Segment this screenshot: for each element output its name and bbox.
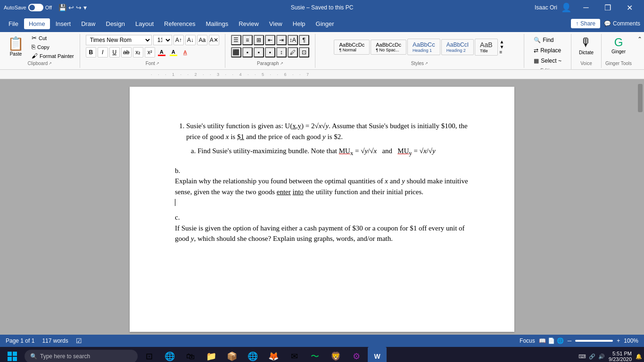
italic-button[interactable]: I bbox=[98, 47, 108, 58]
maximize-btn[interactable]: ❐ bbox=[597, 0, 619, 15]
style-normal[interactable]: AaBbCcDc ¶ Normal bbox=[334, 40, 370, 55]
document-page[interactable]: Susie's utility function is given as: U(… bbox=[130, 87, 514, 332]
menu-file[interactable]: File bbox=[4, 18, 23, 29]
edge-icon[interactable]: 🌐 bbox=[160, 347, 179, 362]
format-painter-button[interactable]: 🖌 Format Painter bbox=[30, 52, 76, 60]
style-title[interactable]: AaB Title bbox=[475, 39, 497, 56]
font-label[interactable]: Font ↗ bbox=[146, 61, 159, 66]
ribbon-collapse-button[interactable]: ⌃ bbox=[636, 34, 644, 44]
menu-home[interactable]: Home bbox=[24, 18, 50, 29]
redo-icon[interactable]: ↪ bbox=[76, 4, 82, 11]
undo-icon[interactable]: ↩ bbox=[68, 4, 74, 11]
explorer-icon[interactable]: 📁 bbox=[202, 347, 221, 362]
numbering-button[interactable]: ≡ bbox=[242, 35, 253, 45]
menu-view[interactable]: View bbox=[264, 18, 287, 29]
menu-layout[interactable]: Layout bbox=[131, 18, 158, 29]
web-layout-icon[interactable]: 🌐 bbox=[557, 337, 564, 344]
scroll-bar[interactable] bbox=[636, 79, 644, 335]
clock[interactable]: 5:51 PM 9/23/2020 bbox=[609, 351, 632, 362]
task-view-button[interactable]: ⊡ bbox=[140, 347, 158, 362]
page-info[interactable]: Page 1 of 1 bbox=[6, 337, 34, 344]
align-center-button[interactable]: ▪ bbox=[242, 47, 253, 58]
focus-label[interactable]: Focus bbox=[520, 337, 535, 344]
dropbox-icon[interactable]: 📦 bbox=[223, 347, 241, 362]
dictate-label[interactable]: Dictate bbox=[579, 50, 594, 55]
font-size-select[interactable]: 11 bbox=[153, 35, 172, 45]
notification-center-icon[interactable]: 🔔 bbox=[636, 354, 642, 360]
document-scroll[interactable]: Susie's utility function is given as: U(… bbox=[8, 79, 636, 335]
style-heading2[interactable]: AaBbCcI Heading 2 bbox=[441, 39, 474, 55]
word-count[interactable]: 117 words bbox=[42, 337, 68, 344]
comments-button[interactable]: 💬 Comments bbox=[604, 20, 640, 27]
menu-references[interactable]: References bbox=[159, 18, 200, 29]
text-color-button[interactable]: A bbox=[180, 47, 190, 58]
font-color-button[interactable]: A bbox=[157, 47, 167, 58]
paragraph-label[interactable]: Paragraph ↗ bbox=[257, 61, 283, 66]
change-case-button[interactable]: Aa bbox=[197, 35, 207, 45]
copy-button[interactable]: ⎘ Copy bbox=[30, 43, 76, 51]
account-icon[interactable]: 👤 bbox=[561, 2, 571, 13]
shrink-font-button[interactable]: A↓ bbox=[185, 35, 196, 45]
scroll-thumb[interactable] bbox=[638, 84, 643, 112]
menu-design[interactable]: Design bbox=[101, 18, 130, 29]
menu-draw[interactable]: Draw bbox=[76, 18, 100, 29]
sort-button[interactable]: ↕A bbox=[288, 35, 298, 45]
select-button[interactable]: ▦ Select ~ bbox=[532, 57, 563, 65]
menu-mailings[interactable]: Mailings bbox=[201, 18, 233, 29]
highlight-button[interactable]: A bbox=[168, 47, 179, 58]
menu-review[interactable]: Review bbox=[234, 18, 264, 29]
network-icon[interactable]: 🔗 bbox=[589, 354, 595, 360]
find-button[interactable]: 🔍 Find bbox=[532, 36, 563, 44]
shading-button[interactable]: 🖊 bbox=[288, 47, 298, 58]
print-layout-icon[interactable]: 📄 bbox=[548, 337, 555, 344]
multilevel-button[interactable]: ⊞ bbox=[254, 35, 264, 45]
show-marks-button[interactable]: ¶ bbox=[299, 35, 309, 45]
underline-button[interactable]: U bbox=[109, 47, 120, 58]
autosave-area[interactable]: AutoSave Off bbox=[4, 4, 52, 11]
proofing-icon[interactable]: ☑ bbox=[76, 337, 82, 345]
brave-icon[interactable]: 🦁 bbox=[326, 347, 345, 362]
taskbar-search[interactable]: 🔍 Type here to search bbox=[25, 350, 138, 362]
line-spacing-button[interactable]: ↕ bbox=[276, 47, 287, 58]
customize-icon[interactable]: ▾ bbox=[83, 4, 87, 11]
minimize-btn[interactable]: ─ bbox=[575, 0, 597, 15]
align-left-button[interactable]: ⬛ bbox=[231, 47, 241, 58]
word-icon[interactable]: W bbox=[368, 347, 387, 362]
clear-format-button[interactable]: A✕ bbox=[209, 35, 219, 45]
styles-label[interactable]: Styles ↗ bbox=[411, 61, 428, 66]
clipboard-label[interactable]: Clipboard ↗ bbox=[27, 61, 52, 66]
styles-scroll[interactable]: ▲ ▼ ≡ bbox=[499, 38, 505, 56]
increase-indent-button[interactable]: ⇥ bbox=[276, 35, 287, 45]
superscript-button[interactable]: x² bbox=[145, 47, 155, 58]
borders-button[interactable]: ⊡ bbox=[299, 47, 309, 58]
style-heading1[interactable]: AaBbCc Heading 1 bbox=[407, 39, 440, 55]
replace-button[interactable]: ⇄ Replace bbox=[532, 46, 563, 55]
align-right-button[interactable]: ▪ bbox=[254, 47, 264, 58]
paste-button[interactable]: 📋 Paste bbox=[4, 34, 28, 58]
grow-font-button[interactable]: A↑ bbox=[173, 35, 184, 45]
firefox-icon[interactable]: 🦊 bbox=[264, 347, 283, 362]
decrease-indent-button[interactable]: ⇤ bbox=[265, 35, 275, 45]
mail-icon[interactable]: ✉ bbox=[285, 347, 304, 362]
start-button[interactable] bbox=[2, 347, 23, 362]
menu-insert[interactable]: Insert bbox=[51, 18, 76, 29]
wave-icon[interactable]: 〜 bbox=[305, 347, 324, 362]
edge2-icon[interactable]: 🌐 bbox=[243, 347, 262, 362]
justify-button[interactable]: ▪ bbox=[265, 47, 275, 58]
subscript-button[interactable]: x₂ bbox=[133, 47, 143, 58]
strikethrough-button[interactable]: ab bbox=[121, 47, 132, 58]
share-button[interactable]: ↑ Share bbox=[571, 19, 600, 28]
ginger-label[interactable]: Ginger bbox=[611, 49, 626, 54]
volume-icon[interactable]: 🔊 bbox=[598, 354, 605, 360]
bullets-button[interactable]: ☰ bbox=[231, 35, 241, 45]
menu-ginger[interactable]: Ginger bbox=[311, 18, 339, 29]
read-mode-icon[interactable]: 📖 bbox=[539, 337, 546, 344]
keyboard-icon[interactable]: ⌨ bbox=[578, 354, 586, 360]
close-btn[interactable]: ✕ bbox=[619, 0, 640, 15]
save-icon[interactable]: 💾 bbox=[58, 4, 66, 11]
store-icon[interactable]: 🛍 bbox=[181, 347, 200, 362]
style-nospace[interactable]: AaBbCcDc ¶ No Spac... bbox=[371, 40, 406, 55]
autosave-toggle[interactable] bbox=[28, 4, 43, 11]
font-name-select[interactable]: Times New Rom bbox=[86, 35, 152, 45]
zoom-plus-button[interactable]: + bbox=[617, 337, 620, 344]
